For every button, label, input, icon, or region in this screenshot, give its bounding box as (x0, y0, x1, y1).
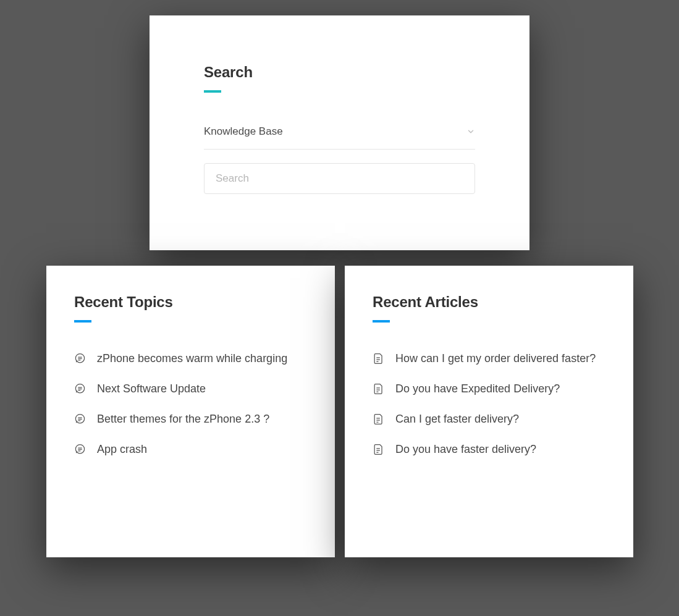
knowledge-base-dropdown[interactable]: Knowledge Base (204, 122, 475, 150)
document-icon (373, 383, 384, 395)
list-item[interactable]: App crash (74, 443, 307, 456)
topics-list: zPhone becomes warm while charging Next … (74, 352, 307, 456)
title-underline (373, 320, 390, 323)
chat-icon (74, 413, 86, 425)
dropdown-label: Knowledge Base (204, 125, 283, 138)
recent-articles-title: Recent Articles (373, 293, 605, 311)
list-item-label: Do you have Expedited Delivery? (395, 382, 560, 395)
list-item-label: App crash (97, 443, 147, 456)
recent-topics-card: Recent Topics zPhone becomes warm while … (46, 266, 335, 557)
list-item-label: Can I get faster delivery? (395, 413, 519, 426)
articles-list: How can I get my order delivered faster?… (373, 352, 605, 456)
title-underline (204, 90, 221, 93)
list-item[interactable]: Next Software Update (74, 382, 307, 395)
chat-icon (74, 444, 86, 455)
list-item[interactable]: zPhone becomes warm while charging (74, 352, 307, 365)
search-card: Search Knowledge Base (150, 15, 529, 250)
title-underline (74, 320, 91, 323)
chat-icon (74, 383, 86, 395)
list-item[interactable]: How can I get my order delivered faster? (373, 352, 605, 365)
list-item[interactable]: Do you have Expedited Delivery? (373, 382, 605, 395)
list-item[interactable]: Can I get faster delivery? (373, 413, 605, 426)
list-item-label: How can I get my order delivered faster? (395, 352, 596, 365)
list-item[interactable]: Better themes for the zPhone 2.3 ? (74, 413, 307, 426)
document-icon (373, 444, 384, 455)
chevron-down-icon (466, 127, 475, 136)
list-item-label: Do you have faster delivery? (395, 443, 536, 456)
chat-icon (74, 353, 86, 365)
search-title: Search (204, 64, 475, 81)
list-item[interactable]: Do you have faster delivery? (373, 443, 605, 456)
list-item-label: Next Software Update (97, 382, 206, 395)
recent-topics-title: Recent Topics (74, 293, 307, 311)
list-item-label: Better themes for the zPhone 2.3 ? (97, 413, 269, 426)
document-icon (373, 413, 384, 425)
document-icon (373, 353, 384, 365)
list-item-label: zPhone becomes warm while charging (97, 352, 287, 365)
search-input[interactable] (204, 163, 475, 194)
recent-articles-card: Recent Articles How can I get my order d… (345, 266, 633, 557)
